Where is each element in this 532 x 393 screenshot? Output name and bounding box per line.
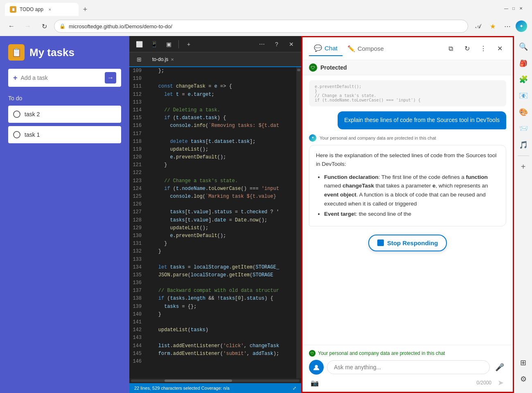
sidebar-plus-icon[interactable]: + bbox=[516, 159, 531, 174]
edge-copilot-icon[interactable]: ✦ bbox=[516, 20, 527, 32]
code-main: 109 }; 110 111 const changeTask = e => {… bbox=[129, 67, 296, 378]
sidebar-bag-icon[interactable]: 🎒 bbox=[516, 56, 531, 70]
back-btn[interactable]: ← bbox=[5, 20, 18, 33]
camera-btn[interactable]: 📷 bbox=[309, 377, 320, 388]
chat-tab-label: Chat bbox=[325, 45, 338, 52]
task-checkbox[interactable] bbox=[13, 131, 20, 138]
add-task-bar[interactable]: + → bbox=[8, 69, 121, 87]
sidebar: 🔍 🎒 🧩 📧 🎨 📨 🎵 + ⊞ ⚙ bbox=[514, 36, 532, 393]
task-checkbox[interactable] bbox=[13, 111, 20, 118]
devtools-file-tabs: ⊞ to-do.js ✕ bbox=[129, 52, 301, 67]
todo-header: 📋 My tasks bbox=[8, 44, 121, 61]
chat-icon: 💬 bbox=[314, 44, 322, 52]
chat-more-icon[interactable]: ⋮ bbox=[477, 42, 490, 55]
code-editor: 109 }; 110 111 const changeTask = e => {… bbox=[129, 67, 296, 366]
chat-tab[interactable]: 💬 Chat bbox=[309, 41, 343, 56]
todo-app-icon: 📋 bbox=[8, 44, 25, 61]
devtools-more-icon[interactable]: ⋯ bbox=[255, 38, 268, 51]
tab-favicon: 📋 bbox=[10, 6, 16, 13]
compose-tab-label: Compose bbox=[358, 45, 384, 52]
url-text: microsoftedge.github.io/Demos/demo-to-do… bbox=[69, 23, 172, 29]
code-content[interactable]: 109 }; 110 111 const changeTask = e => {… bbox=[129, 67, 296, 366]
task-item[interactable]: task 2 bbox=[8, 106, 121, 123]
ai-message-container: ✦ Your personal and company data are pro… bbox=[309, 134, 506, 226]
devtools-toolbar: ⬜ 📱 ▣ + ⋯ ? ✕ bbox=[129, 36, 301, 52]
sidebar-gear-icon[interactable]: ⚙ bbox=[516, 372, 531, 386]
footer-protected-text: Your personal and company data are prote… bbox=[318, 350, 445, 356]
lock-icon: 🔒 bbox=[59, 23, 65, 29]
svg-point-0 bbox=[315, 365, 318, 368]
new-tab-btn[interactable]: + bbox=[79, 3, 92, 16]
protected-label: Protected bbox=[320, 64, 347, 71]
sidebar-bottom: ⊞ ⚙ bbox=[516, 355, 531, 390]
sidebar-search-icon[interactable]: 🔍 bbox=[516, 39, 531, 54]
ai-response-bullets: Function declaration: The first line of … bbox=[324, 173, 499, 219]
new-chat-btn[interactable] bbox=[309, 360, 324, 375]
sidebar-separator bbox=[518, 156, 529, 156]
stop-responding-area: Stop Responding bbox=[309, 231, 506, 255]
tab-close-btn[interactable]: × bbox=[47, 6, 53, 13]
sidebar-paint-icon[interactable]: 🎨 bbox=[516, 105, 531, 120]
refresh-btn[interactable]: ↻ bbox=[38, 20, 51, 33]
sidebar-grid-icon[interactable]: ⊞ bbox=[516, 355, 531, 370]
read-aloud-icon[interactable]: 𝒜 bbox=[471, 20, 485, 33]
sidebar-puzzle-icon[interactable]: 🧩 bbox=[516, 72, 531, 87]
footer-shield-icon: 🛡 bbox=[309, 350, 316, 357]
chat-input[interactable] bbox=[327, 360, 490, 374]
compose-tab[interactable]: ✏️ Compose bbox=[343, 42, 389, 56]
mic-icon[interactable]: 🎤 bbox=[493, 361, 506, 374]
sidebar-music-icon[interactable]: 🎵 bbox=[516, 138, 531, 152]
add-task-submit-btn[interactable]: → bbox=[105, 72, 116, 84]
add-task-plus-icon: + bbox=[13, 74, 18, 82]
file-tab-close-icon[interactable]: ✕ bbox=[171, 57, 174, 62]
compose-icon: ✏️ bbox=[347, 45, 355, 52]
devtools-panel: ⬜ 📱 ▣ + ⋯ ? ✕ ⊞ to-do.js ✕ bbox=[129, 36, 301, 393]
ai-response-intro: Here is the explanation of the selected … bbox=[316, 151, 499, 169]
add-task-input[interactable] bbox=[21, 75, 101, 81]
code-editor-area: 109 }; 110 111 const changeTask = e => {… bbox=[129, 67, 301, 378]
favorites-icon[interactable]: ★ bbox=[486, 20, 499, 33]
chat-messages[interactable]: e.preventDefault(); } // Change a task's… bbox=[302, 75, 513, 345]
close-btn[interactable]: ✕ bbox=[518, 5, 524, 11]
tab-title: TODO app bbox=[20, 7, 43, 12]
devtools-expand-icon[interactable]: ⤢ bbox=[293, 386, 296, 391]
browser-tab[interactable]: 📋 TODO app × bbox=[5, 3, 79, 16]
devtools-sidebar-icon[interactable]: ▣ bbox=[162, 38, 175, 51]
vertical-scrollbar[interactable] bbox=[296, 67, 301, 378]
forward-btn[interactable]: → bbox=[21, 20, 34, 33]
chat-input-footer: 📷 0/2000 ➤ bbox=[309, 375, 506, 390]
sidebar-send-icon[interactable]: 📨 bbox=[516, 121, 531, 136]
maximize-btn[interactable]: □ bbox=[511, 5, 516, 11]
horizontal-scrollbar[interactable] bbox=[129, 378, 301, 383]
close-chat-icon[interactable]: ✕ bbox=[493, 42, 506, 55]
stop-btn-label: Stop Responding bbox=[387, 239, 438, 246]
devtools-active-file-tab[interactable]: to-do.js ✕ bbox=[149, 55, 177, 64]
ai-message: Here is the explanation of the selected … bbox=[309, 145, 506, 226]
task-item[interactable]: task 1 bbox=[8, 126, 121, 143]
minimize-btn[interactable]: — bbox=[503, 5, 509, 11]
address-box[interactable]: 🔒 microsoftedge.github.io/Demos/demo-to-… bbox=[54, 20, 468, 33]
devtools-add-icon[interactable]: + bbox=[182, 38, 195, 51]
sidebar-outlook-icon[interactable]: 📧 bbox=[516, 88, 531, 103]
more-icon[interactable]: ⋯ bbox=[501, 20, 514, 33]
devtools-close-icon[interactable]: ✕ bbox=[285, 38, 298, 51]
devtools-help-icon[interactable]: ? bbox=[270, 38, 283, 51]
address-bar-row: ← → ↻ 🔒 microsoftedge.github.io/Demos/de… bbox=[0, 16, 532, 36]
devtools-status-bar: 22 lines, 529 characters selected Covera… bbox=[129, 383, 301, 393]
protected-badge: 🛡 Protected bbox=[302, 60, 513, 75]
code-context-message: e.preventDefault(); } // Change a task's… bbox=[309, 80, 506, 106]
task-text: task 1 bbox=[25, 131, 40, 138]
ai-badge-text: Your personal and company data are prote… bbox=[320, 136, 436, 140]
send-btn[interactable]: ➤ bbox=[495, 377, 506, 388]
devtools-device-icon[interactable]: 📱 bbox=[147, 38, 160, 51]
chat-input-row: 🎤 bbox=[309, 360, 506, 375]
ai-copilot-icon: ✦ bbox=[309, 134, 316, 142]
refresh-chat-icon[interactable]: ↻ bbox=[460, 42, 473, 55]
devtools-filetab-toggle[interactable]: ⊞ bbox=[133, 53, 146, 66]
devtools-sep bbox=[178, 40, 179, 48]
todo-section-label: To do bbox=[8, 95, 121, 102]
open-in-new-icon[interactable]: ⧉ bbox=[444, 42, 457, 55]
stop-responding-btn[interactable]: Stop Responding bbox=[368, 235, 447, 251]
chat-panel: 💬 Chat ✏️ Compose ⧉ ↻ ⋮ ✕ bbox=[301, 36, 514, 393]
devtools-inspector-icon[interactable]: ⬜ bbox=[133, 38, 146, 51]
